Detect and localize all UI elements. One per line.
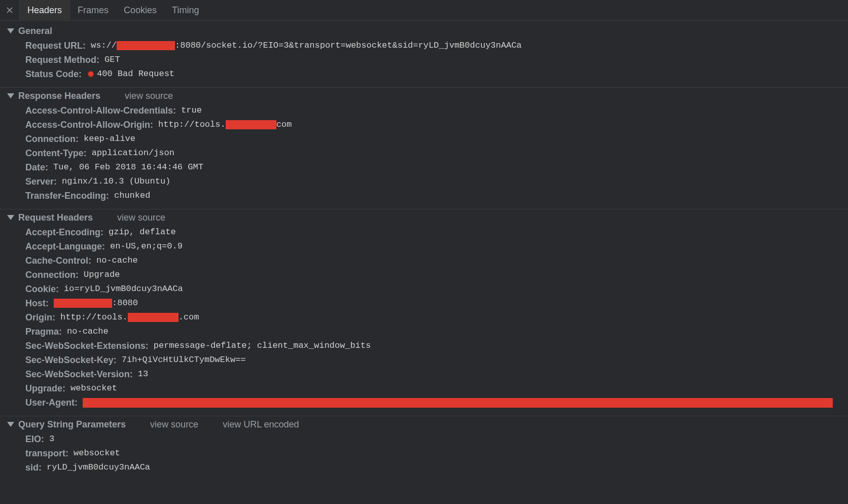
row-sec-ws-key: Sec-WebSocket-Key: 7ih+QiVcHtUlkCTymDwEk… <box>0 353 848 367</box>
row-sec-ws-ext: Sec-WebSocket-Extensions: permessage-def… <box>0 339 848 353</box>
section-title: General <box>18 26 52 37</box>
label: Status Code: <box>25 68 82 80</box>
row-acao: Access-Control-Allow-Origin: http://tool… <box>0 118 848 132</box>
section-title: Response Headers <box>18 91 100 101</box>
tab-timing[interactable]: Timing <box>164 0 206 20</box>
label: Cache-Control: <box>25 255 91 267</box>
label: Pragma: <box>25 326 62 338</box>
value-pre: http://tools. <box>158 119 226 131</box>
label: Access-Control-Allow-Origin: <box>25 119 153 131</box>
label: sid: <box>25 461 42 474</box>
row-connection: Connection: keep-alive <box>0 132 848 146</box>
row-transport: transport: websocket <box>0 446 848 460</box>
tab-frames[interactable]: Frames <box>70 0 116 20</box>
value: no-cache <box>67 326 109 338</box>
value-pre: ws:// <box>91 40 117 52</box>
label: Accept-Language: <box>25 240 105 253</box>
redacted-host <box>54 299 112 308</box>
section-request-headers-header[interactable]: Request Headers view source <box>0 210 848 224</box>
row-acac: Access-Control-Allow-Credentials: true <box>0 103 848 118</box>
tab-headers[interactable]: Headers <box>19 0 70 20</box>
section-general: General Request URL: ws:// :8080/socket.… <box>0 24 848 84</box>
label: Host: <box>25 297 49 309</box>
row-cache-control: Cache-Control: no-cache <box>0 254 848 268</box>
value: nginx/1.10.3 (Ubuntu) <box>62 175 170 188</box>
section-general-header[interactable]: General <box>0 24 848 38</box>
tab-cookies[interactable]: Cookies <box>116 0 164 20</box>
label: Sec-WebSocket-Version: <box>25 368 133 380</box>
row-host: Host: :8080 <box>0 296 848 310</box>
row-accept-language: Accept-Language: en-US,en;q=0.9 <box>0 239 848 254</box>
view-url-encoded-link[interactable]: view URL encoded <box>223 419 299 430</box>
label: Connection: <box>25 133 79 145</box>
section-query-string: Query String Parameters view source view… <box>0 417 848 478</box>
label: Content-Type: <box>25 147 87 159</box>
disclosure-icon <box>7 28 14 33</box>
row-sid: sid: ryLD_jvmB0dcuy3nAACa <box>0 460 848 475</box>
label: Transfer-Encoding: <box>25 190 109 202</box>
row-date: Date: Tue, 06 Feb 2018 16:44:46 GMT <box>0 160 848 174</box>
redacted-domain <box>226 120 276 129</box>
row-cookie: Cookie: io=ryLD_jvmB0dcuy3nAACa <box>0 282 848 296</box>
value: 13 <box>138 368 148 380</box>
row-accept-encoding: Accept-Encoding: gzip, deflate <box>0 225 848 239</box>
label: Request Method: <box>25 54 99 66</box>
row-transfer-encoding: Transfer-Encoding: chunked <box>0 189 848 203</box>
section-response-headers-header[interactable]: Response Headers view source <box>0 89 848 102</box>
close-icon[interactable] <box>0 0 19 20</box>
row-sec-ws-ver: Sec-WebSocket-Version: 13 <box>0 367 848 381</box>
value-post: :8080/socket.io/?EIO=3&transport=websock… <box>175 40 522 52</box>
row-origin: Origin: http://tools. .com <box>0 310 848 325</box>
label: Connection: <box>25 269 79 281</box>
value: ryLD_jvmB0dcuy3nAACa <box>47 461 150 474</box>
row-connection-req: Connection: Upgrade <box>0 268 848 282</box>
label: Origin: <box>25 311 55 323</box>
redacted-host <box>117 41 175 50</box>
value: websocket <box>74 447 120 459</box>
status-dot-icon <box>88 71 94 77</box>
section-title: Request Headers <box>18 212 93 223</box>
view-source-link[interactable]: view source <box>117 212 165 223</box>
row-eio: EIO: 3 <box>0 432 848 446</box>
row-pragma: Pragma: no-cache <box>0 325 848 339</box>
value: Tue, 06 Feb 2018 16:44:46 GMT <box>53 161 203 173</box>
section-title: Query String Parameters <box>18 419 126 430</box>
view-source-link[interactable]: view source <box>125 91 173 101</box>
view-source-link[interactable]: view source <box>150 419 198 430</box>
value: application/json <box>92 147 174 159</box>
section-query-string-header[interactable]: Query String Parameters view source view… <box>0 417 848 431</box>
headers-pane: General Request URL: ws:// :8080/socket.… <box>0 21 848 478</box>
row-request-url: Request URL: ws:// :8080/socket.io/?EIO=… <box>0 39 848 53</box>
value-pre: http://tools. <box>60 311 128 323</box>
value-post: com <box>276 119 292 131</box>
value-post: .com <box>179 311 199 323</box>
value: GET <box>104 54 120 66</box>
section-response-headers: Response Headers view source Access-Cont… <box>0 89 848 206</box>
disclosure-icon <box>7 422 14 427</box>
row-content-type: Content-Type: application/json <box>0 146 848 160</box>
row-request-method: Request Method: GET <box>0 53 848 67</box>
label: Upgrade: <box>25 382 65 394</box>
label: EIO: <box>25 433 44 445</box>
value: permessage-deflate; client_max_window_bi… <box>154 340 371 352</box>
value: gzip, deflate <box>109 226 176 238</box>
label: Access-Control-Allow-Credentials: <box>25 104 176 117</box>
value: 7ih+QiVcHtUlkCTymDwEkw== <box>122 354 246 366</box>
value: en-US,en;q=0.9 <box>110 240 183 253</box>
value: true <box>181 104 202 117</box>
row-user-agent: User-Agent: <box>0 395 848 410</box>
details-tabbar: Headers Frames Cookies Timing <box>0 0 848 21</box>
label: Date: <box>25 161 48 173</box>
label: User-Agent: <box>25 397 78 409</box>
value: 400 Bad Request <box>97 68 174 80</box>
section-request-headers: Request Headers view source Accept-Encod… <box>0 210 848 413</box>
disclosure-icon <box>7 215 14 220</box>
divider <box>0 87 848 88</box>
label: Sec-WebSocket-Extensions: <box>25 340 149 352</box>
value: websocket <box>70 382 117 394</box>
disclosure-icon <box>7 93 14 98</box>
value: io=ryLD_jvmB0dcuy3nAACa <box>64 283 183 295</box>
label: Request URL: <box>25 40 86 52</box>
label: transport: <box>25 447 68 459</box>
label: Server: <box>25 175 57 188</box>
